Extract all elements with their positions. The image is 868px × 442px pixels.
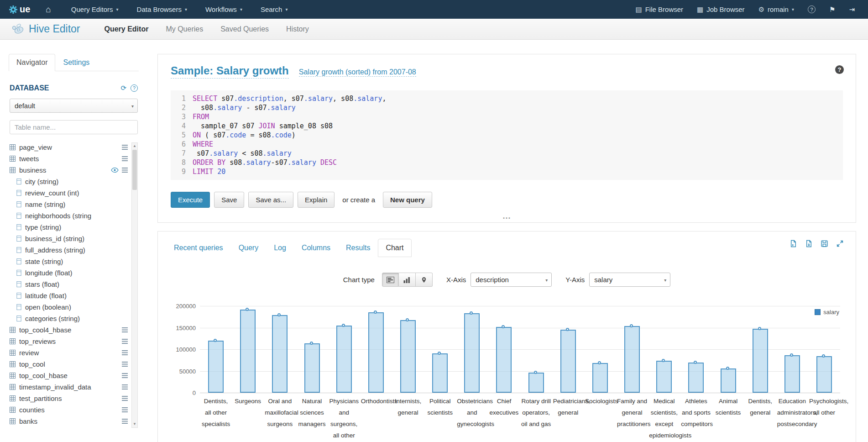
save-results-icon[interactable] <box>821 240 828 247</box>
column-item-stars-float[interactable]: stars (float) <box>10 279 128 290</box>
table-columns-icon[interactable] <box>122 419 128 424</box>
sidebar-tab-navigator[interactable]: Navigator <box>9 54 55 71</box>
table-item-timestamp-invalid-data[interactable]: timestamp_invalid_data <box>10 381 128 393</box>
database-select[interactable]: default <box>10 99 138 113</box>
chart-bars-button[interactable] <box>382 273 399 287</box>
refresh-icon[interactable]: ⟳ <box>120 84 126 92</box>
tab-history[interactable]: History <box>277 19 318 39</box>
eye-icon[interactable] <box>111 168 119 173</box>
table-columns-icon[interactable] <box>122 384 128 389</box>
results-tab-recent-queries[interactable]: Recent queries <box>166 239 231 257</box>
bar-marker <box>310 342 313 345</box>
navbar-menu-data-browsers[interactable]: Data Browsers▾ <box>128 0 196 19</box>
table-item-business[interactable]: business <box>10 164 128 176</box>
table-item-counties[interactable]: counties <box>10 404 128 416</box>
query-title[interactable]: Sample: Salary growth <box>171 64 289 79</box>
table-item-page-view[interactable]: page_view <box>10 142 128 153</box>
column-item-state-string[interactable]: state (string) <box>10 256 128 267</box>
column-item-name-string[interactable]: name (string) <box>10 199 128 210</box>
logout-button[interactable]: ⇥ <box>842 0 862 19</box>
column-item-longitude-float[interactable]: longitude (float) <box>10 267 128 279</box>
question-circle-icon[interactable]: ? <box>835 65 844 74</box>
navbar-menu-query-editors[interactable]: Query Editors▾ <box>62 0 128 19</box>
results-tab-columns[interactable]: Columns <box>294 239 338 257</box>
column-item-neighborhoods-string[interactable]: neighborhoods (string <box>10 210 128 221</box>
chevron-down-icon: ▾ <box>185 7 187 12</box>
query-subtitle-link[interactable]: Salary growth (sorted) from 2007-08 <box>299 68 416 77</box>
column-item-open-boolean[interactable]: open (boolean) <box>10 301 128 313</box>
gridline <box>200 393 840 393</box>
table-item-tweets[interactable]: tweets <box>10 153 128 164</box>
results-tab-query[interactable]: Query <box>231 239 267 257</box>
hive-editor-brand[interactable]: Hive Editor <box>11 19 80 39</box>
table-columns-icon[interactable] <box>122 145 128 150</box>
download-xls-icon[interactable] <box>790 240 797 247</box>
column-item-type-string[interactable]: type (string) <box>10 221 128 233</box>
column-item-city-string[interactable]: city (string) <box>10 176 128 187</box>
execute-button[interactable]: Execute <box>171 192 210 208</box>
help-circle-icon[interactable]: ? <box>131 84 138 92</box>
table-columns-icon[interactable] <box>122 407 128 412</box>
table-columns-icon[interactable] <box>122 362 128 367</box>
tab-query-editor[interactable]: Query Editor <box>95 19 157 39</box>
table-search-input[interactable] <box>10 120 138 134</box>
table-item-top-reviews[interactable]: top_reviews <box>10 336 128 347</box>
file-browser-button[interactable]: ▤ File Browser <box>629 0 690 19</box>
table-columns-icon[interactable] <box>122 156 128 161</box>
column-item-business-id-string[interactable]: business_id (string) <box>10 233 128 244</box>
line-number: 7 <box>171 149 193 158</box>
tab-my-queries[interactable]: My Queries <box>157 19 212 39</box>
y-axis-select[interactable]: salary <box>589 273 670 287</box>
column-item-categories-string[interactable]: categories (string) <box>10 313 128 324</box>
navbar-menu-search[interactable]: Search▾ <box>251 0 297 19</box>
home-button[interactable]: ⌂ <box>35 0 62 19</box>
navbar-menu-workflows[interactable]: Workflows▾ <box>196 0 251 19</box>
download-csv-icon[interactable] <box>805 240 813 247</box>
sidebar-scrollbar[interactable]: ▲ ▼ <box>131 142 138 428</box>
table-item-top-cool4-hbase[interactable]: top_cool4_hbase <box>10 324 128 336</box>
save-as-button[interactable]: Save as... <box>248 192 293 208</box>
explain-button[interactable]: Explain <box>298 192 335 208</box>
table-item-top-cool[interactable]: top_cool <box>10 358 128 370</box>
sql-editor[interactable]: 1SELECT s07.description, s07.salary, s08… <box>171 90 843 180</box>
results-tab-results[interactable]: Results <box>338 239 378 257</box>
line-number: 2 <box>171 103 193 112</box>
table-columns-icon[interactable] <box>122 339 128 344</box>
column-item-review-count-int[interactable]: review_count (int) <box>10 187 128 199</box>
column-item-latitude-float[interactable]: latitude (float) <box>10 290 128 301</box>
table-item-review[interactable]: review <box>10 347 128 358</box>
assist-sidebar: NavigatorSettings DATABASE ⟳ ? default ▾… <box>9 54 139 440</box>
sidebar-tab-settings[interactable]: Settings <box>55 54 97 71</box>
table-columns-icon[interactable] <box>122 373 128 378</box>
table-columns-icon[interactable] <box>122 350 128 355</box>
column-item-full-address-string[interactable]: full_address (string) <box>10 244 128 256</box>
tab-saved-queries[interactable]: Saved Queries <box>212 19 277 39</box>
new-query-button[interactable]: New query <box>383 192 432 208</box>
table-item-top-cool-hbase[interactable]: top_cool_hbase <box>10 370 128 381</box>
user-menu[interactable]: ⚙ romain ▾ <box>752 0 801 19</box>
job-browser-button[interactable]: ▦ Job Browser <box>690 0 752 19</box>
chart-map-button[interactable] <box>416 273 433 287</box>
chart-column-button[interactable] <box>399 273 416 287</box>
results-tab-chart[interactable]: Chart <box>378 239 411 257</box>
hue-logo[interactable]: ue <box>9 4 30 15</box>
table-item-banks[interactable]: banks <box>10 416 128 427</box>
scroll-up-icon[interactable]: ▲ <box>133 143 136 149</box>
results-tab-log[interactable]: Log <box>266 239 294 257</box>
table-columns-icon[interactable] <box>122 168 128 173</box>
table-columns-icon[interactable] <box>122 327 128 332</box>
table-item-test-partitions[interactable]: test_partitions <box>10 393 128 404</box>
x-category-label: Education administrators, postsecondary <box>776 395 808 441</box>
table-icon <box>10 361 16 367</box>
table-columns-icon[interactable] <box>122 396 128 401</box>
flag-icon: ⚑ <box>829 5 835 14</box>
feedback-flag-button[interactable]: ⚑ <box>822 0 842 19</box>
resize-grip[interactable]: ... <box>171 213 843 219</box>
scroll-down-icon[interactable]: ▼ <box>133 421 136 427</box>
scrollbar-thumb[interactable] <box>132 150 137 190</box>
x-category-label: Pediatricians, general <box>552 395 584 441</box>
help-button[interactable]: ? <box>801 0 822 19</box>
save-button[interactable]: Save <box>214 192 244 208</box>
x-axis-select[interactable]: description <box>471 273 552 287</box>
fullscreen-icon[interactable] <box>836 240 844 247</box>
